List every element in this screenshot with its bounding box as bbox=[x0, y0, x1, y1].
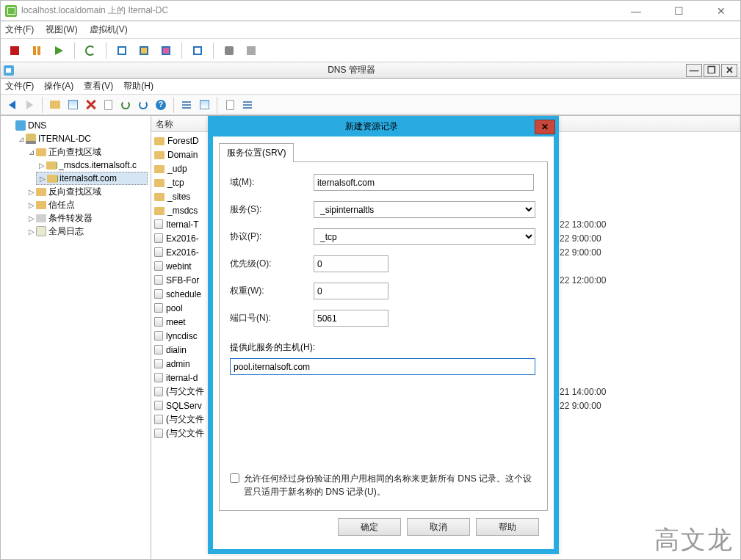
record-icon bbox=[154, 429, 163, 438]
service-select[interactable]: _sipinternaltls bbox=[314, 201, 535, 218]
folder-icon bbox=[154, 193, 165, 201]
menu-file[interactable]: 文件(F) bbox=[5, 23, 34, 36]
properties-button[interactable] bbox=[65, 97, 81, 113]
menu-view[interactable]: 视图(W) bbox=[46, 23, 77, 36]
dns-menu-file[interactable]: 文件(F) bbox=[5, 80, 34, 92]
cancel-button[interactable]: 取消 bbox=[407, 518, 470, 536]
priority-input[interactable] bbox=[314, 255, 388, 272]
forward-button[interactable] bbox=[21, 97, 37, 113]
back-button[interactable] bbox=[4, 97, 20, 113]
record-icon bbox=[154, 247, 163, 257]
record-icon bbox=[154, 219, 163, 229]
tree-reverse-zones[interactable]: ▷反向查找区域 bbox=[26, 185, 148, 198]
record-icon bbox=[154, 289, 163, 299]
delete-button[interactable] bbox=[82, 97, 98, 113]
folder-icon bbox=[154, 137, 165, 145]
dialog-close-button[interactable]: ✕ bbox=[535, 120, 555, 134]
tree-forward-zones[interactable]: ⊿正向查找区域 bbox=[26, 145, 148, 159]
export-button[interactable] bbox=[135, 97, 151, 113]
allow-update-checkbox[interactable] bbox=[230, 473, 239, 483]
host-input[interactable] bbox=[230, 358, 535, 375]
record-icon bbox=[154, 401, 163, 410]
help-button[interactable]: ? bbox=[153, 97, 169, 113]
help-button[interactable]: 帮助 bbox=[476, 518, 539, 536]
outer-toolbar bbox=[1, 39, 740, 62]
label-host: 提供此服务的主机(H): bbox=[230, 341, 537, 354]
record-icon bbox=[154, 233, 163, 243]
label-weight: 权重(W): bbox=[230, 285, 314, 297]
new-page-button[interactable] bbox=[100, 97, 116, 113]
tab-srv[interactable]: 服务位置(SRV) bbox=[219, 143, 294, 162]
record-icon bbox=[154, 415, 163, 424]
watermark: 高文龙 bbox=[654, 523, 734, 557]
tree-server[interactable]: ⊿ITERNAL-DC bbox=[15, 132, 148, 145]
record-icon bbox=[154, 275, 163, 285]
folder-icon bbox=[154, 207, 165, 215]
dns-icon bbox=[4, 65, 14, 76]
record-icon bbox=[154, 387, 163, 396]
outer-close-button[interactable]: ✕ bbox=[706, 4, 736, 18]
tree-root-dns[interactable]: DNS bbox=[5, 119, 148, 132]
folder-icon bbox=[154, 151, 165, 159]
snapshot-button-1[interactable] bbox=[112, 42, 131, 59]
details-button[interactable] bbox=[196, 97, 212, 113]
extra-button-2[interactable] bbox=[239, 97, 256, 113]
tree-conditional-forwarders[interactable]: ▷条件转发器 bbox=[26, 211, 148, 225]
refresh-tree-button[interactable] bbox=[118, 97, 134, 113]
record-icon bbox=[154, 261, 163, 271]
dns-titlebar[interactable]: DNS 管理器 — ❐ ✕ bbox=[1, 62, 740, 79]
record-icon bbox=[154, 331, 163, 341]
dialog-titlebar[interactable]: 新建资源记录 ✕ bbox=[209, 117, 558, 137]
dns-menu-view[interactable]: 查看(V) bbox=[84, 80, 113, 92]
stop-button[interactable] bbox=[5, 42, 24, 59]
snapshot-button-2[interactable] bbox=[134, 42, 153, 59]
domain-input[interactable] bbox=[314, 174, 534, 191]
ok-button[interactable]: 确定 bbox=[338, 518, 401, 536]
menu-vm[interactable]: 虚拟机(V) bbox=[90, 23, 128, 36]
refresh-button[interactable] bbox=[81, 42, 100, 59]
tree-pane[interactable]: DNS ⊿ITERNAL-DC ⊿正向查找区域 ▷_msdcs.iternals… bbox=[1, 116, 151, 559]
outer-menubar: 文件(F) 视图(W) 虚拟机(V) bbox=[1, 21, 740, 39]
extra-button-1[interactable] bbox=[222, 97, 238, 113]
folder-icon bbox=[154, 165, 165, 173]
port-input[interactable] bbox=[314, 310, 388, 327]
vm-icon bbox=[5, 5, 17, 17]
device-button-2[interactable] bbox=[242, 42, 261, 59]
dns-window-title: DNS 管理器 bbox=[18, 64, 684, 76]
outer-minimize-button[interactable]: — bbox=[621, 4, 651, 18]
dns-close-button[interactable]: ✕ bbox=[721, 64, 737, 77]
snapshot-button-3[interactable] bbox=[156, 42, 176, 59]
play-button[interactable] bbox=[49, 42, 68, 59]
record-icon bbox=[154, 359, 163, 368]
outer-window-title: localhost.localdomain 上的 Iternal-DC bbox=[21, 4, 621, 17]
record-icon bbox=[154, 303, 163, 313]
dns-minimize-button[interactable]: — bbox=[686, 64, 702, 77]
label-service: 服务(S): bbox=[230, 203, 314, 216]
dns-maximize-button[interactable]: ❐ bbox=[704, 64, 720, 77]
tree-trust-points[interactable]: ▷信任点 bbox=[26, 198, 148, 211]
up-button[interactable] bbox=[47, 97, 63, 113]
dns-menu-action[interactable]: 操作(A) bbox=[44, 80, 73, 92]
folder-icon bbox=[154, 179, 165, 187]
protocol-select[interactable]: _tcp bbox=[314, 228, 535, 245]
dns-menubar: 文件(F) 操作(A) 查看(V) 帮助(H) bbox=[1, 79, 740, 95]
tree-global-log[interactable]: ▷全局日志 bbox=[26, 225, 148, 238]
label-domain: 域(M): bbox=[230, 176, 314, 189]
dns-menu-help[interactable]: 帮助(H) bbox=[123, 80, 153, 92]
dns-toolbar: ? bbox=[1, 95, 740, 115]
pause-button[interactable] bbox=[27, 42, 46, 59]
label-protocol: 协议(P): bbox=[230, 230, 314, 243]
tree-msdcs-zone[interactable]: ▷_msdcs.iternalsoft.c bbox=[36, 159, 148, 172]
device-button-1[interactable] bbox=[220, 42, 239, 59]
allow-update-label: 允许任何经过身份验证的用户用相同的名称来更新所有 DNS 记录。这个设置只适用于… bbox=[244, 472, 537, 498]
weight-input[interactable] bbox=[314, 283, 388, 299]
console-button[interactable] bbox=[188, 42, 207, 59]
outer-maximize-button[interactable]: ☐ bbox=[664, 4, 693, 18]
column-timestamp[interactable] bbox=[554, 116, 740, 131]
record-icon bbox=[154, 317, 163, 327]
new-record-dialog: 新建资源记录 ✕ 服务位置(SRV) 域(M): 服务(S): _sipinte… bbox=[208, 116, 559, 554]
outer-titlebar[interactable]: localhost.localdomain 上的 Iternal-DC — ☐ … bbox=[1, 1, 740, 21]
record-icon bbox=[154, 345, 163, 354]
list-button[interactable] bbox=[178, 97, 195, 113]
tree-iternalsoft-zone[interactable]: ▷iternalsoft.com bbox=[36, 172, 148, 185]
